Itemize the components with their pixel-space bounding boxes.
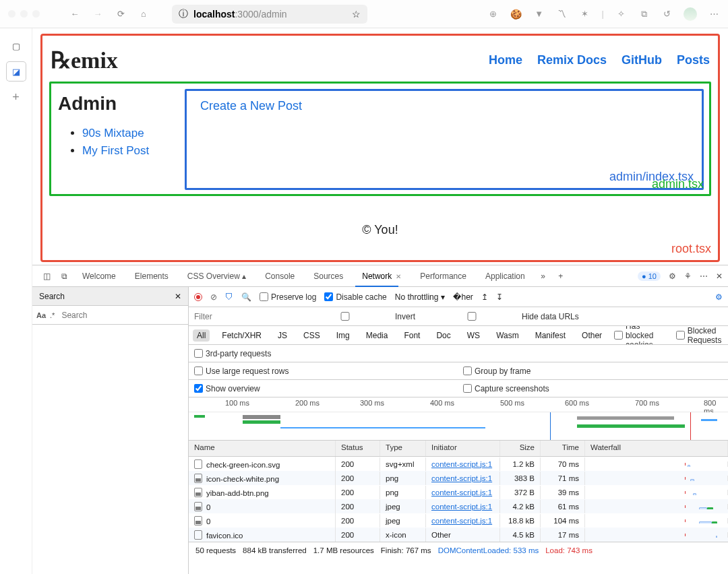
nav-home[interactable]: Home (489, 53, 522, 67)
regex-toggle[interactable]: .* (50, 311, 55, 319)
post-link[interactable]: My First Post (82, 144, 149, 157)
remix-ext-icon[interactable]: ◪ (7, 62, 26, 81)
preserve-log-checkbox[interactable]: Preserve log (260, 292, 316, 302)
type-wasm[interactable]: Wasm (492, 329, 523, 342)
add-tab-icon[interactable]: + (552, 272, 570, 281)
clear-icon[interactable]: ⊘ (210, 292, 217, 302)
tab-elements[interactable]: Elements (125, 266, 178, 286)
table-row[interactable]: icon-check-white.png200pngcontent-script… (189, 471, 728, 485)
tab-network[interactable]: Network✕ (353, 266, 411, 286)
device-icon[interactable]: ⧉ (55, 272, 73, 281)
nav-docs[interactable]: Remix Docs (537, 53, 607, 67)
star-icon[interactable]: ☆ (352, 9, 361, 20)
group-by-frame-checkbox[interactable]: Group by frame (463, 366, 530, 376)
screenshots-checkbox[interactable]: Capture screenshots (463, 384, 549, 393)
tab-sources[interactable]: Sources (304, 266, 353, 286)
inspect-icon[interactable]: ◫ (38, 272, 55, 281)
search-input[interactable] (59, 308, 184, 323)
type-doc[interactable]: Doc (432, 329, 454, 342)
tab-performance[interactable]: Performance (411, 266, 476, 286)
disable-cache-checkbox[interactable]: Disable cache (324, 292, 386, 302)
type-ws[interactable]: WS (463, 329, 484, 342)
type-media[interactable]: Media (362, 329, 392, 342)
net-settings-icon[interactable]: ⚙ (715, 292, 723, 302)
type-manifest[interactable]: Manifest (531, 329, 570, 342)
avatar-icon[interactable] (684, 7, 697, 21)
admin-label: admin.tsx (652, 177, 704, 191)
network-toolbar: ⊘ ⛉ 🔍 Preserve log Disable cache No thro… (189, 287, 728, 307)
window-controls[interactable] (8, 10, 40, 18)
info-icon[interactable]: ⓘ (179, 8, 188, 20)
tab-application[interactable]: Application (476, 266, 535, 286)
wifi-icon[interactable]: �her (453, 292, 473, 302)
ext-v-icon[interactable]: ▼ (533, 8, 545, 20)
invert-checkbox[interactable]: Invert (298, 312, 415, 321)
show-overview-checkbox[interactable]: Show overview (194, 384, 260, 393)
filter-input[interactable] (194, 312, 289, 321)
tab-css-overview[interactable]: CSS Overview ▴ (178, 266, 255, 286)
ext-copy-icon[interactable]: ⧉ (638, 8, 650, 20)
type-all[interactable]: All (193, 329, 210, 342)
third-party-checkbox[interactable]: 3rd-party requests (194, 349, 271, 358)
blocked-requests-checkbox[interactable]: Blocked Requests (676, 326, 724, 345)
index-outline: Create a New Post admin/index.tsx (185, 89, 704, 190)
case-toggle[interactable]: Aa (36, 311, 46, 319)
network-table-header[interactable]: Name Status Type Initiator Size Time Wat… (189, 441, 728, 457)
type-css[interactable]: CSS (299, 329, 324, 342)
record-button[interactable] (194, 293, 202, 301)
table-row[interactable]: yiban-add-btn.png200pngcontent-script.js… (189, 485, 728, 499)
ai-icon[interactable]: ⚘ (684, 272, 692, 281)
type-img[interactable]: Img (332, 329, 354, 342)
add-panel-icon[interactable]: + (7, 88, 26, 106)
overflow-icon[interactable]: ⋯ (708, 8, 720, 20)
root-label: root.tsx (671, 242, 711, 256)
close-icon[interactable]: ✕ (396, 273, 401, 280)
table-row[interactable]: 0200jpegcontent-script.js:14.2 kB61 ms (189, 499, 728, 513)
more-tabs-icon[interactable]: » (535, 272, 552, 281)
back-button[interactable]: ← (67, 6, 83, 22)
home-button[interactable]: ⌂ (135, 6, 152, 22)
type-other[interactable]: Other (578, 329, 606, 342)
ext-cookie-icon[interactable]: 🍪 (510, 8, 522, 20)
kebab-icon[interactable]: ⋯ (700, 272, 708, 281)
browser-chrome: ← → ⟳ ⌂ ⓘ localhost:3000/admin ☆ ⊕ 🍪 ▼ 〽… (0, 0, 728, 28)
gear-icon[interactable]: ⚙ (669, 272, 676, 281)
panel-icon[interactable]: ▢ (7, 36, 26, 55)
post-link[interactable]: 90s Mixtape (82, 127, 144, 139)
tab-console[interactable]: Console (255, 266, 304, 286)
large-rows-checkbox[interactable]: Use large request rows (194, 366, 289, 376)
issues-badge[interactable]: ● 10 (638, 272, 661, 281)
search-icon[interactable]: 🔍 (241, 292, 251, 302)
nav-posts[interactable]: Posts (677, 53, 710, 67)
nav-github[interactable]: GitHub (621, 53, 662, 67)
download-icon[interactable]: ↧ (496, 292, 503, 302)
type-font[interactable]: Font (400, 329, 424, 342)
table-row[interactable]: check-green-icon.svg200svg+xmlcontent-sc… (189, 457, 728, 471)
network-rows: check-green-icon.svg200svg+xmlcontent-sc… (189, 457, 728, 542)
type-filter-row: All Fetch/XHR JS CSS Img Media Font Doc … (189, 326, 728, 345)
ext-star-icon[interactable]: ✧ (615, 8, 627, 20)
side-toolbar: ▢ ◪ + (0, 28, 32, 574)
upload-icon[interactable]: ↥ (481, 292, 488, 302)
reload-button[interactable]: ⟳ (113, 6, 129, 22)
ext-chart-icon[interactable]: 〽 (556, 8, 568, 20)
timeline-overview[interactable] (189, 412, 728, 441)
table-row[interactable]: 0200jpegcontent-script.js:118.8 kB104 ms (189, 513, 728, 528)
blocked-cookies-checkbox[interactable]: Has blocked cookies (614, 326, 668, 345)
admin-heading: Admin (58, 93, 175, 115)
ext-globe-icon[interactable]: ⊕ (487, 8, 499, 20)
type-fetch[interactable]: Fetch/XHR (218, 329, 266, 342)
ext-puzzle-icon[interactable]: ✶ (579, 8, 591, 20)
ext-history-icon[interactable]: ↺ (661, 8, 673, 20)
hide-data-urls-checkbox[interactable]: Hide data URLs (425, 312, 579, 321)
type-js[interactable]: JS (274, 329, 291, 342)
throttling-select[interactable]: No throttling ▾ (395, 292, 446, 302)
close-search-icon[interactable]: ✕ (175, 292, 181, 301)
table-row[interactable]: favicon.ico200x-iconOther4.5 kB17 ms (189, 528, 728, 542)
close-devtools-icon[interactable]: ✕ (716, 272, 723, 281)
tab-welcome[interactable]: Welcome (73, 266, 125, 286)
url-bar[interactable]: ⓘ localhost:3000/admin ☆ (172, 5, 367, 24)
filter-funnel-icon[interactable]: ⛉ (225, 292, 233, 302)
forward-button[interactable]: → (90, 6, 106, 22)
create-post-link[interactable]: Create a New Post (200, 99, 302, 113)
